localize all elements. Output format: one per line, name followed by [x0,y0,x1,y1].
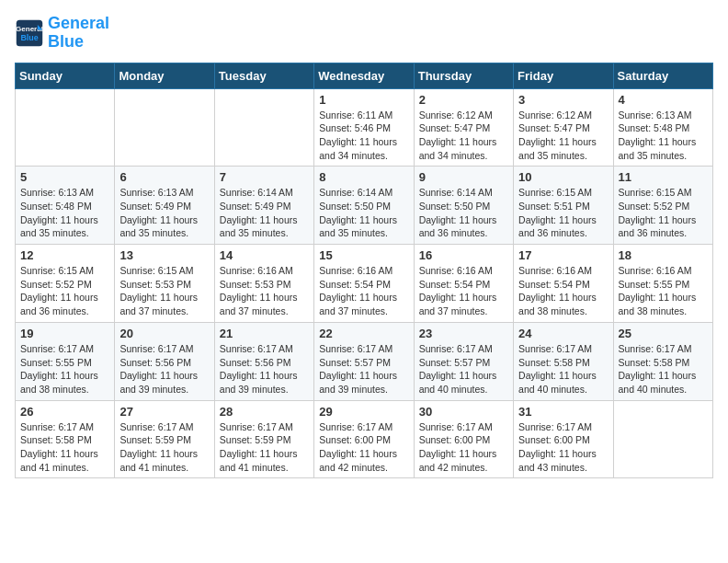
day-number: 22 [319,327,408,340]
day-number: 14 [220,248,309,262]
day-number: 5 [20,170,109,184]
day-number: 11 [619,170,708,184]
logo-icon: General Blue [15,18,44,48]
calendar-cell: 3Sunrise: 6:12 AM Sunset: 5:47 PM Daylig… [514,88,613,167]
calendar-cell: 26Sunrise: 6:17 AM Sunset: 5:58 PM Dayli… [16,400,115,478]
calendar-cell: 14Sunrise: 6:16 AM Sunset: 5:53 PM Dayli… [214,245,313,323]
calendar-cell: 19Sunrise: 6:17 AM Sunset: 5:55 PM Dayli… [16,322,115,400]
calendar-cell: 10Sunrise: 6:15 AM Sunset: 5:51 PM Dayli… [514,167,613,245]
calendar-cell: 27Sunrise: 6:17 AM Sunset: 5:59 PM Dayli… [115,400,214,478]
day-info: Sunrise: 6:17 AM Sunset: 5:58 PM Dayligh… [518,342,608,396]
day-number: 18 [619,248,708,262]
calendar-cell: 4Sunrise: 6:13 AM Sunset: 5:48 PM Daylig… [613,88,712,167]
logo: General Blue GeneralBlue [15,15,109,52]
logo-text: GeneralBlue [48,15,109,52]
calendar-cell: 1Sunrise: 6:11 AM Sunset: 5:46 PM Daylig… [314,88,414,167]
day-number: 7 [220,170,309,184]
calendar-cell: 30Sunrise: 6:17 AM Sunset: 6:00 PM Dayli… [414,400,513,478]
day-info: Sunrise: 6:14 AM Sunset: 5:49 PM Dayligh… [220,186,309,240]
calendar-body: 1Sunrise: 6:11 AM Sunset: 5:46 PM Daylig… [16,88,713,478]
weekday-header-friday: Friday [514,63,613,88]
day-info: Sunrise: 6:17 AM Sunset: 5:57 PM Dayligh… [319,342,408,396]
calendar-cell: 5Sunrise: 6:13 AM Sunset: 5:48 PM Daylig… [16,167,115,245]
calendar-week-3: 12Sunrise: 6:15 AM Sunset: 5:52 PM Dayli… [16,245,713,323]
day-number: 9 [419,170,508,184]
day-number: 10 [518,170,608,184]
weekday-header-thursday: Thursday [414,63,513,88]
calendar-week-1: 1Sunrise: 6:11 AM Sunset: 5:46 PM Daylig… [16,88,713,167]
day-number: 6 [119,170,209,184]
day-info: Sunrise: 6:17 AM Sunset: 6:00 PM Dayligh… [518,420,608,475]
day-info: Sunrise: 6:14 AM Sunset: 5:50 PM Dayligh… [319,186,408,240]
day-info: Sunrise: 6:15 AM Sunset: 5:53 PM Dayligh… [119,264,209,318]
day-number: 28 [220,405,309,419]
day-number: 25 [619,327,708,340]
calendar-cell [115,88,214,167]
calendar-cell [16,88,115,167]
calendar-cell: 20Sunrise: 6:17 AM Sunset: 5:56 PM Dayli… [115,322,214,400]
day-number: 4 [619,93,708,107]
day-number: 29 [319,405,408,419]
weekday-header-sunday: Sunday [16,63,115,88]
day-info: Sunrise: 6:11 AM Sunset: 5:46 PM Dayligh… [319,109,408,163]
day-number: 27 [119,405,209,419]
day-number: 20 [119,327,209,340]
calendar-cell: 7Sunrise: 6:14 AM Sunset: 5:49 PM Daylig… [214,167,313,245]
calendar-cell: 8Sunrise: 6:14 AM Sunset: 5:50 PM Daylig… [314,167,414,245]
day-info: Sunrise: 6:17 AM Sunset: 5:55 PM Dayligh… [20,342,109,396]
day-info: Sunrise: 6:17 AM Sunset: 5:57 PM Dayligh… [419,342,508,396]
calendar-cell: 17Sunrise: 6:16 AM Sunset: 5:54 PM Dayli… [514,245,613,323]
calendar-table: SundayMondayTuesdayWednesdayThursdayFrid… [15,63,713,479]
day-info: Sunrise: 6:16 AM Sunset: 5:54 PM Dayligh… [518,264,608,318]
day-number: 21 [220,327,309,340]
day-number: 19 [20,327,109,340]
day-info: Sunrise: 6:17 AM Sunset: 5:59 PM Dayligh… [220,420,309,475]
day-number: 8 [319,170,408,184]
calendar-cell: 2Sunrise: 6:12 AM Sunset: 5:47 PM Daylig… [414,88,513,167]
calendar-cell: 16Sunrise: 6:16 AM Sunset: 5:54 PM Dayli… [414,245,513,323]
calendar-cell: 22Sunrise: 6:17 AM Sunset: 5:57 PM Dayli… [314,322,414,400]
calendar-cell: 24Sunrise: 6:17 AM Sunset: 5:58 PM Dayli… [514,322,613,400]
calendar-week-2: 5Sunrise: 6:13 AM Sunset: 5:48 PM Daylig… [16,167,713,245]
header: General Blue GeneralBlue [15,15,713,52]
day-info: Sunrise: 6:16 AM Sunset: 5:54 PM Dayligh… [419,264,508,318]
day-number: 3 [518,93,608,107]
calendar-cell: 15Sunrise: 6:16 AM Sunset: 5:54 PM Dayli… [314,245,414,323]
weekday-header-saturday: Saturday [613,63,712,88]
day-info: Sunrise: 6:16 AM Sunset: 5:55 PM Dayligh… [619,264,708,318]
day-number: 13 [119,248,209,262]
day-number: 31 [518,405,608,419]
calendar-week-5: 26Sunrise: 6:17 AM Sunset: 5:58 PM Dayli… [16,400,713,478]
day-number: 17 [518,248,608,262]
calendar-week-4: 19Sunrise: 6:17 AM Sunset: 5:55 PM Dayli… [16,322,713,400]
day-number: 30 [419,405,508,419]
day-number: 23 [419,327,508,340]
day-number: 16 [419,248,508,262]
day-info: Sunrise: 6:13 AM Sunset: 5:48 PM Dayligh… [20,186,109,240]
day-info: Sunrise: 6:16 AM Sunset: 5:54 PM Dayligh… [319,264,408,318]
day-info: Sunrise: 6:15 AM Sunset: 5:52 PM Dayligh… [20,264,109,318]
calendar-cell: 12Sunrise: 6:15 AM Sunset: 5:52 PM Dayli… [16,245,115,323]
day-number: 2 [419,93,508,107]
calendar-cell [214,88,313,167]
calendar-header: SundayMondayTuesdayWednesdayThursdayFrid… [16,63,713,88]
day-info: Sunrise: 6:17 AM Sunset: 5:58 PM Dayligh… [20,420,109,475]
day-info: Sunrise: 6:15 AM Sunset: 5:51 PM Dayligh… [518,186,608,240]
weekday-row: SundayMondayTuesdayWednesdayThursdayFrid… [16,63,713,88]
svg-text:Blue: Blue [20,33,38,42]
calendar-cell: 29Sunrise: 6:17 AM Sunset: 6:00 PM Dayli… [314,400,414,478]
day-info: Sunrise: 6:17 AM Sunset: 5:56 PM Dayligh… [119,342,209,396]
day-info: Sunrise: 6:14 AM Sunset: 5:50 PM Dayligh… [419,186,508,240]
calendar-cell: 11Sunrise: 6:15 AM Sunset: 5:52 PM Dayli… [613,167,712,245]
calendar-cell: 28Sunrise: 6:17 AM Sunset: 5:59 PM Dayli… [214,400,313,478]
day-info: Sunrise: 6:17 AM Sunset: 6:00 PM Dayligh… [319,420,408,475]
calendar-cell: 25Sunrise: 6:17 AM Sunset: 5:58 PM Dayli… [613,322,712,400]
day-info: Sunrise: 6:13 AM Sunset: 5:48 PM Dayligh… [619,109,708,163]
calendar-cell: 13Sunrise: 6:15 AM Sunset: 5:53 PM Dayli… [115,245,214,323]
day-info: Sunrise: 6:17 AM Sunset: 5:56 PM Dayligh… [220,342,309,396]
day-info: Sunrise: 6:17 AM Sunset: 5:58 PM Dayligh… [619,342,708,396]
calendar-cell: 31Sunrise: 6:17 AM Sunset: 6:00 PM Dayli… [514,400,613,478]
calendar-cell [613,400,712,478]
calendar-cell: 9Sunrise: 6:14 AM Sunset: 5:50 PM Daylig… [414,167,513,245]
day-number: 15 [319,248,408,262]
